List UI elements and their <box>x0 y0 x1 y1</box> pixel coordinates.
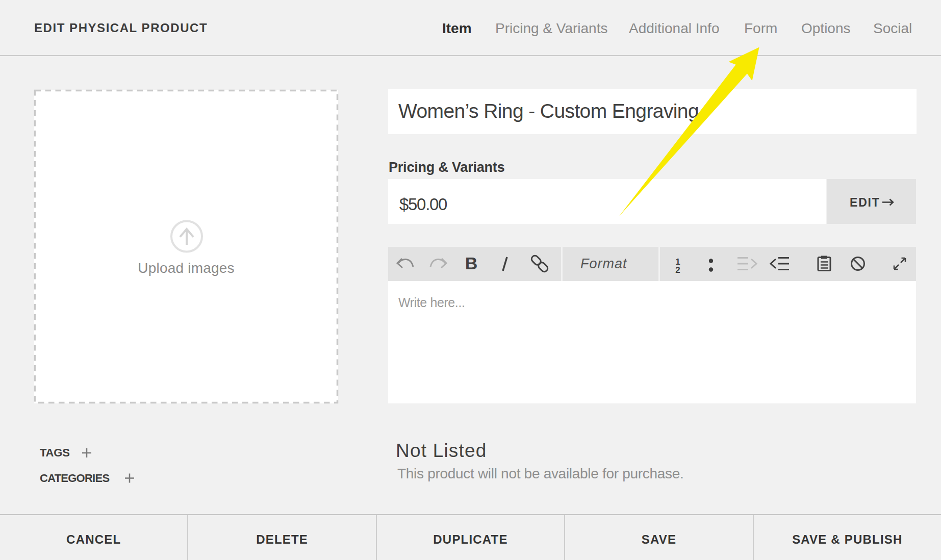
svg-text:2: 2 <box>675 265 680 275</box>
svg-text:B: B <box>465 253 478 273</box>
